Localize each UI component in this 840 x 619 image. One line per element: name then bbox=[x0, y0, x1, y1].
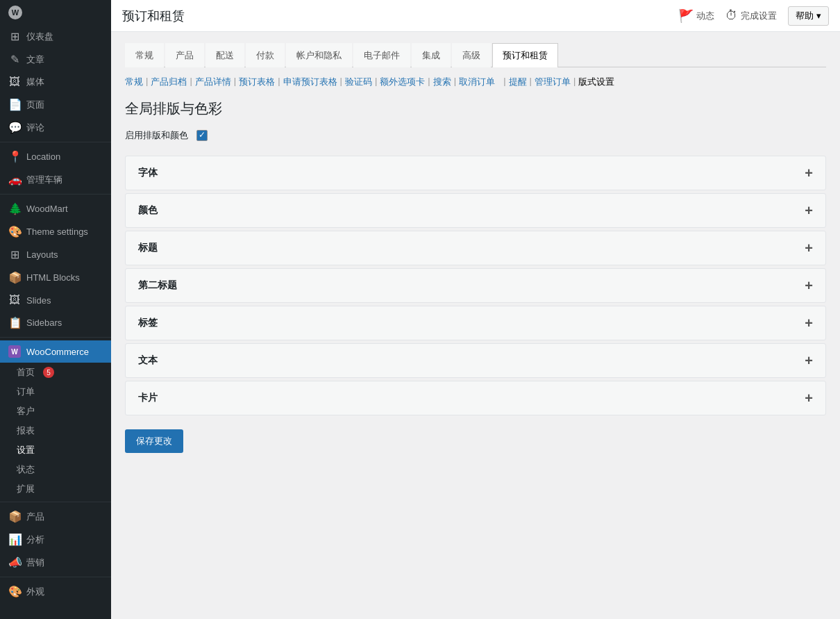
sidebar-sub-orders[interactable]: 订单 bbox=[0, 382, 111, 402]
subnav-style-settings[interactable]: 版式设置 bbox=[578, 76, 614, 88]
tab-general[interactable]: 常规 bbox=[125, 43, 164, 67]
sidebar-item-woocommerce[interactable]: W WooCommerce bbox=[0, 340, 111, 363]
accordion-second-heading: 第二标题 + bbox=[125, 268, 826, 303]
comments-icon: 💬 bbox=[8, 121, 21, 134]
accordion-card-header[interactable]: 卡片 + bbox=[126, 381, 825, 415]
html-blocks-icon: 📦 bbox=[8, 271, 21, 284]
sidebar-item-pages[interactable]: 📄 页面 bbox=[0, 93, 111, 116]
accordion-card-plus-icon: + bbox=[805, 391, 813, 405]
sidebar-section-woodmart: 🌲 WoodMart 🎨 Theme settings ⊞ Layouts 📦 … bbox=[0, 194, 111, 334]
subnav-product-archive[interactable]: 产品归档 bbox=[151, 76, 187, 88]
sidebar-sub-reports[interactable]: 报表 bbox=[0, 421, 111, 440]
sidebar-item-products[interactable]: 📦 产品 bbox=[0, 505, 111, 528]
topbar-right: 🚩 动态 ⏱ 完成设置 帮助 ▾ bbox=[678, 6, 829, 26]
woocommerce-icon: W bbox=[8, 345, 21, 358]
accordion-list: 字体 + 颜色 + 标题 + 第二标题 + bbox=[125, 156, 826, 415]
enable-row: 启用排版和颜色 bbox=[125, 129, 826, 142]
sidebar-sub-settings[interactable]: 设置 bbox=[0, 440, 111, 460]
sidebar-item-theme-settings[interactable]: 🎨 Theme settings bbox=[0, 220, 111, 243]
sidebar-item-media[interactable]: 🖼 媒体 bbox=[0, 71, 111, 93]
tab-advanced[interactable]: 高级 bbox=[452, 43, 491, 67]
accordion-text-header[interactable]: 文本 + bbox=[126, 344, 825, 377]
slides-icon: 🖼 bbox=[8, 294, 21, 306]
help-button[interactable]: 帮助 ▾ bbox=[788, 6, 829, 26]
accordion-color: 颜色 + bbox=[125, 193, 826, 228]
subnav-general[interactable]: 常规 bbox=[125, 76, 143, 88]
tab-accounts[interactable]: 帐户和隐私 bbox=[286, 43, 352, 67]
help-chevron-icon: ▾ bbox=[816, 10, 821, 21]
section-heading: 全局排版与色彩 bbox=[125, 99, 826, 118]
accordion-tag-header[interactable]: 标签 + bbox=[126, 306, 825, 340]
products-icon: 📦 bbox=[8, 510, 21, 523]
accordion-second-heading-plus-icon: + bbox=[805, 279, 813, 292]
complete-setup-button[interactable]: ⏱ 完成设置 bbox=[725, 8, 777, 23]
subnav-reminder[interactable]: 提醒 bbox=[509, 76, 527, 88]
subnav-search[interactable]: 搜索 bbox=[433, 76, 451, 88]
activity-button[interactable]: 🚩 动态 bbox=[678, 8, 714, 24]
accordion-tag-plus-icon: + bbox=[805, 316, 813, 330]
media-icon: 🖼 bbox=[8, 76, 21, 88]
sidebar-sub-home[interactable]: 首页 5 bbox=[0, 363, 111, 382]
tab-payment[interactable]: 付款 bbox=[246, 43, 285, 67]
accordion-color-header[interactable]: 颜色 + bbox=[126, 194, 825, 227]
sidebar-sub-status[interactable]: 状态 bbox=[0, 460, 111, 479]
sidebar-item-slides[interactable]: 🖼 Slides bbox=[0, 289, 111, 311]
sidebar-section-woocommerce: W WooCommerce 首页 5 订单 客户 报表 设置 状态 扩展 bbox=[0, 337, 111, 499]
subnav-apply-booking[interactable]: 申请预订表格 bbox=[283, 76, 337, 88]
subnav-manage-orders[interactable]: 管理订单 bbox=[535, 76, 571, 88]
sidebar-item-sidebars[interactable]: 📋 Sidebars bbox=[0, 311, 111, 334]
accordion-text: 文本 + bbox=[125, 343, 826, 378]
tab-email[interactable]: 电子邮件 bbox=[353, 43, 410, 67]
tab-booking[interactable]: 预订和租赁 bbox=[492, 43, 558, 67]
location-icon: 📍 bbox=[8, 150, 21, 163]
activity-icon: 🚩 bbox=[678, 8, 694, 24]
analytics-icon: 📊 bbox=[8, 533, 21, 546]
accordion-color-plus-icon: + bbox=[805, 204, 813, 217]
sidebar-item-dashboard[interactable]: ⊞ 仪表盘 bbox=[0, 25, 111, 48]
enable-checkbox[interactable] bbox=[196, 130, 208, 141]
articles-icon: ✎ bbox=[8, 53, 21, 66]
sidebar: W ⊞ 仪表盘 ✎ 文章 🖼 媒体 📄 页面 💬 评论 📍 Location 🚗… bbox=[0, 0, 111, 619]
accordion-heading-header[interactable]: 标题 + bbox=[126, 231, 825, 265]
layouts-icon: ⊞ bbox=[8, 248, 21, 261]
accordion-second-heading-header[interactable]: 第二标题 + bbox=[126, 269, 825, 302]
accordion-heading-plus-icon: + bbox=[805, 241, 813, 255]
sidebar-item-articles[interactable]: ✎ 文章 bbox=[0, 48, 111, 71]
marketing-icon: 📣 bbox=[8, 556, 21, 569]
sidebar-section-products: 📦 产品 📊 分析 📣 营销 bbox=[0, 502, 111, 574]
sidebars-icon: 📋 bbox=[8, 316, 21, 329]
sidebar-section-location: 📍 Location 🚗 管理车辆 bbox=[0, 142, 111, 191]
sidebar-logo: W bbox=[0, 0, 111, 25]
subnav-booking-form[interactable]: 预订表格 bbox=[239, 76, 275, 88]
pages-icon: 📄 bbox=[8, 98, 21, 111]
sidebar-item-comments[interactable]: 💬 评论 bbox=[0, 116, 111, 139]
sidebar-item-html-blocks[interactable]: 📦 HTML Blocks bbox=[0, 266, 111, 289]
subnav-extra-option[interactable]: 额外选项卡 bbox=[380, 76, 425, 88]
sidebar-item-layouts[interactable]: ⊞ Layouts bbox=[0, 243, 111, 266]
sidebar-item-marketing[interactable]: 📣 营销 bbox=[0, 551, 111, 574]
accordion-heading: 标题 + bbox=[125, 231, 826, 265]
sidebar-sub-extensions[interactable]: 扩展 bbox=[0, 479, 111, 499]
tab-products[interactable]: 产品 bbox=[165, 43, 204, 67]
home-badge: 5 bbox=[43, 367, 54, 378]
tab-shipping[interactable]: 配送 bbox=[205, 43, 244, 67]
sidebar-item-woodmart[interactable]: 🌲 WoodMart bbox=[0, 197, 111, 220]
accordion-font-header[interactable]: 字体 + bbox=[126, 156, 825, 190]
content-area: 常规 产品 配送 付款 帐户和隐私 电子邮件 集成 高级 预订和租赁 常规 | … bbox=[111, 32, 840, 619]
sidebar-item-manage-vehicles[interactable]: 🚗 管理车辆 bbox=[0, 168, 111, 191]
page-title: 预订和租赁 bbox=[122, 8, 185, 24]
save-button[interactable]: 保存更改 bbox=[125, 429, 183, 453]
sidebar-item-analytics[interactable]: 📊 分析 bbox=[0, 528, 111, 551]
sidebar-section-appearance: 🎨 外观 bbox=[0, 577, 111, 603]
subnav-verification[interactable]: 验证码 bbox=[345, 76, 372, 88]
wp-logo-icon: W bbox=[8, 6, 22, 19]
subnav-product-detail[interactable]: 产品详情 bbox=[195, 76, 231, 88]
tab-integration[interactable]: 集成 bbox=[412, 43, 451, 67]
sidebar-item-appearance[interactable]: 🎨 外观 bbox=[0, 580, 111, 603]
sidebar-sub-customers[interactable]: 客户 bbox=[0, 402, 111, 421]
accordion-font: 字体 + bbox=[125, 156, 826, 190]
topbar: 预订和租赁 🚩 动态 ⏱ 完成设置 帮助 ▾ bbox=[111, 0, 840, 32]
subnav-cancel-order[interactable]: 取消订单 bbox=[459, 76, 495, 88]
sidebar-item-location[interactable]: 📍 Location bbox=[0, 145, 111, 168]
dashboard-icon: ⊞ bbox=[8, 30, 21, 43]
